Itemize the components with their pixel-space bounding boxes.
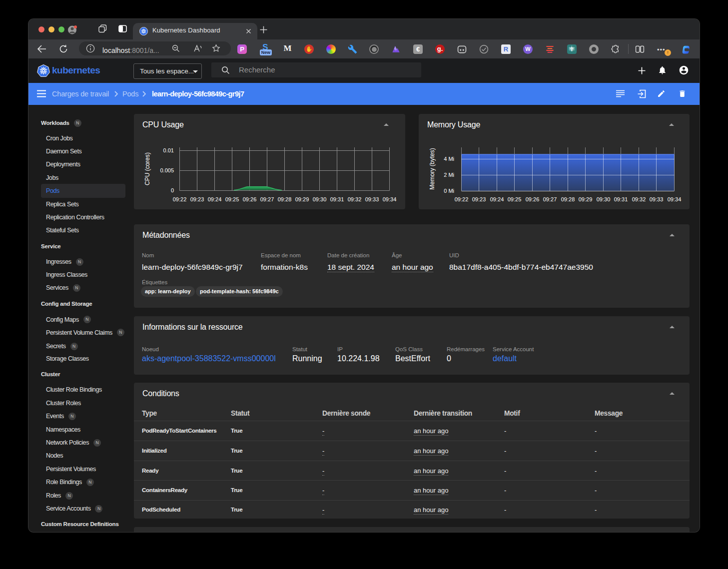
svg-text:Memory (bytes): Memory (bytes) — [429, 148, 436, 189]
svg-text:09:27: 09:27 — [543, 196, 557, 202]
svg-text:09:25: 09:25 — [225, 196, 239, 202]
svg-text:09:24: 09:24 — [490, 196, 504, 202]
svg-text:2 Mi: 2 Mi — [444, 172, 454, 178]
svg-text:09:29: 09:29 — [579, 196, 593, 202]
svg-text:09:32: 09:32 — [348, 196, 362, 202]
svg-text:09:26: 09:26 — [526, 196, 540, 202]
svg-text:09:30: 09:30 — [597, 196, 611, 202]
svg-text:09:28: 09:28 — [561, 196, 575, 202]
svg-text:09:32: 09:32 — [632, 196, 646, 202]
svg-text:09:33: 09:33 — [650, 196, 664, 202]
svg-text:09:34: 09:34 — [668, 196, 682, 202]
svg-text:09:26: 09:26 — [243, 196, 257, 202]
svg-text:4 Mi: 4 Mi — [444, 156, 454, 162]
svg-text:09:22: 09:22 — [173, 196, 187, 202]
svg-text:09:23: 09:23 — [472, 196, 486, 202]
svg-text:CPU (cores): CPU (cores) — [144, 152, 151, 185]
svg-text:0.01: 0.01 — [163, 147, 174, 153]
svg-text:09:28: 09:28 — [278, 196, 292, 202]
svg-text:09:29: 09:29 — [295, 196, 309, 202]
svg-text:09:33: 09:33 — [365, 196, 379, 202]
svg-text:09:31: 09:31 — [614, 196, 628, 202]
svg-text:09:31: 09:31 — [330, 196, 344, 202]
svg-text:09:24: 09:24 — [208, 196, 222, 202]
svg-text:09:30: 09:30 — [313, 196, 327, 202]
svg-text:09:34: 09:34 — [383, 196, 397, 202]
svg-text:0.005: 0.005 — [160, 167, 174, 173]
svg-text:09:23: 09:23 — [190, 196, 204, 202]
svg-text:09:25: 09:25 — [508, 196, 522, 202]
svg-text:0 Mi: 0 Mi — [444, 188, 454, 194]
svg-text:09:22: 09:22 — [455, 196, 469, 202]
svg-text:0: 0 — [171, 187, 174, 193]
svg-text:09:27: 09:27 — [260, 196, 274, 202]
